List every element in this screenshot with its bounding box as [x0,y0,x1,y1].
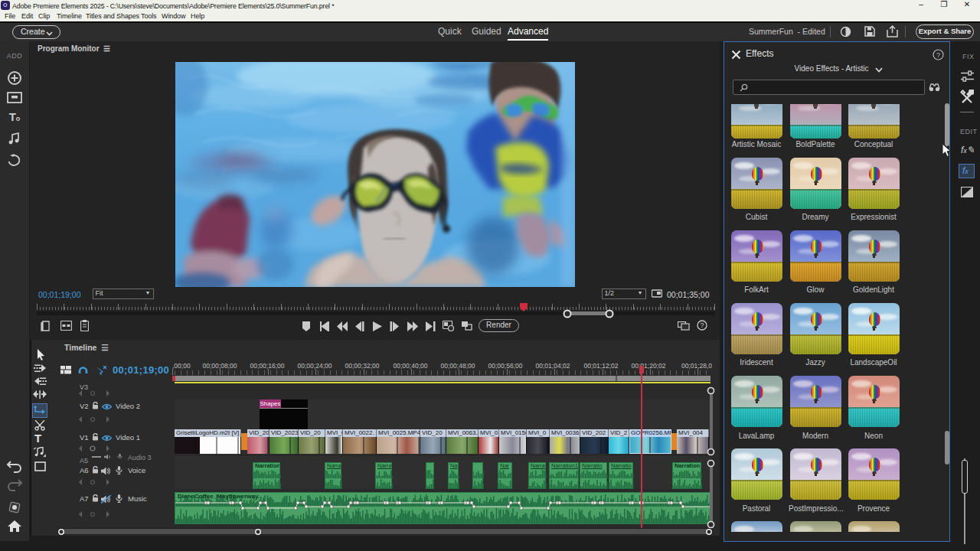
svg-text:?: ? [936,51,940,59]
svg-text:?: ? [700,321,704,329]
